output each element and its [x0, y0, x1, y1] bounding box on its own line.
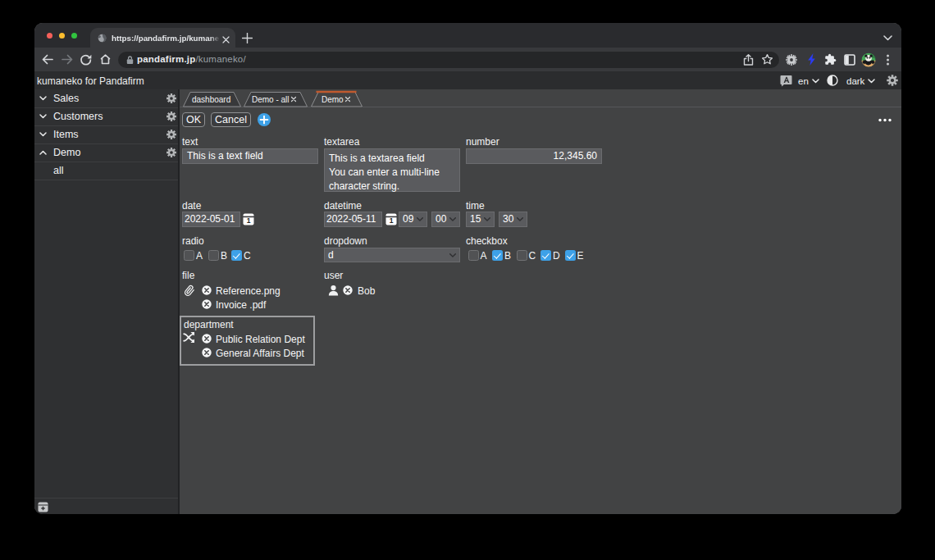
svg-text:Demo: Demo — [322, 95, 344, 104]
svg-text:1: 1 — [247, 216, 251, 225]
svg-text:1: 1 — [390, 216, 394, 225]
svg-text:dashboard: dashboard — [192, 95, 230, 104]
svg-text:Demo - all: Demo - all — [252, 95, 290, 104]
